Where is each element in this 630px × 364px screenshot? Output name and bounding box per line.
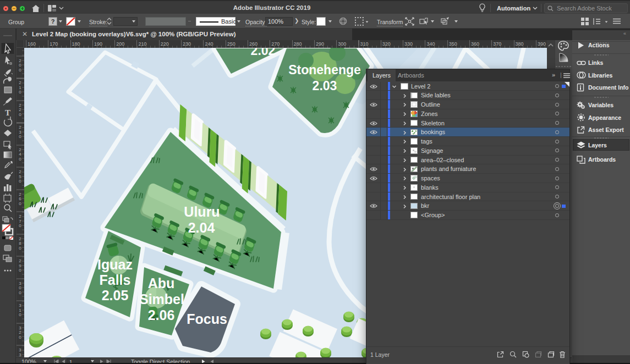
svg-text:Iguaz: Iguaz	[97, 257, 133, 272]
svg-text:T: T	[5, 108, 10, 117]
svg-text:Uluru: Uluru	[184, 204, 220, 219]
svg-text:Focus: Focus	[187, 311, 227, 327]
svg-text:Abu: Abu	[148, 275, 175, 291]
svg-text:Stonehenge: Stonehenge	[288, 63, 361, 77]
svg-text:Simbel: Simbel	[139, 291, 184, 307]
svg-text:2.02: 2.02	[251, 48, 276, 58]
svg-text:2.05: 2.05	[102, 288, 129, 303]
svg-text:Falls: Falls	[100, 272, 131, 288]
svg-text:2.03: 2.03	[313, 79, 337, 93]
svg-text:2.06: 2.06	[148, 307, 175, 323]
svg-text:2.04: 2.04	[188, 220, 215, 235]
